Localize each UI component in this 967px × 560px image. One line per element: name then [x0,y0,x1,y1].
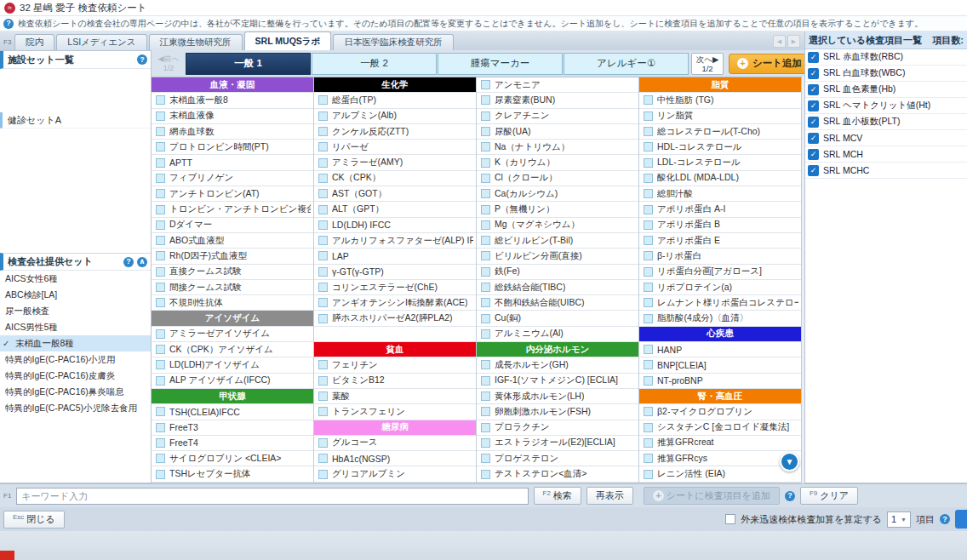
test-item[interactable]: アポリポ蛋白 E [639,233,801,249]
test-item[interactable]: リパーゼ [314,140,476,155]
rapid-count-select[interactable]: 1 ▼ [887,511,911,528]
item-checkbox[interactable] [156,220,165,230]
test-item[interactable]: リン脂質 [639,109,801,124]
item-checkbox[interactable] [481,298,490,307]
test-item[interactable]: 成長ホルモン(GH) [477,357,638,373]
checked-checkbox-icon[interactable]: ✓ [808,117,819,128]
test-item[interactable]: レムナント様リポ蛋白コレステロール(RLP… [639,295,801,311]
test-item[interactable]: アルブミン(Alb) [314,109,476,124]
test-item[interactable]: Na（ナトリウム） [477,140,638,155]
redisplay-button[interactable]: 再表示 [586,487,633,505]
item-checkbox[interactable] [481,251,490,260]
item-checkbox[interactable] [644,360,653,369]
test-item[interactable]: HbA1c(NGSP) [314,451,476,466]
checked-checkbox-icon[interactable]: ✓ [808,68,819,79]
test-item[interactable]: 卵胞刺激ホルモン(FSH) [477,404,638,420]
test-item[interactable]: シスタチンC [金コロイド凝集法] [639,420,801,436]
item-checkbox[interactable] [644,142,653,151]
help-icon[interactable]: ? [123,257,134,267]
item-checkbox[interactable] [481,95,490,105]
item-checkbox[interactable] [156,376,165,386]
test-item[interactable]: FreeT3 [152,420,313,436]
test-item[interactable]: IGF-1(ソマトメジンC) [ECLIA] [477,374,638,389]
test-item[interactable]: トロンビン・アンチトロンビン複合体(TAT) [152,202,313,217]
scroll-down-button[interactable]: ▼ [780,452,799,471]
company-set-item[interactable]: AICS男性5種 [0,319,151,335]
selected-item[interactable]: ✓SRL MCH [805,146,967,163]
sheet-tab-4[interactable]: アレルギー① [564,53,689,75]
test-item[interactable]: クレアチニン [477,109,638,124]
item-checkbox[interactable] [156,127,165,136]
item-checkbox[interactable] [481,376,490,386]
test-item[interactable]: ビタミンB12 [314,374,476,389]
test-item[interactable]: 尿素窒素(BUN) [477,93,638,108]
item-checkbox[interactable] [644,298,653,307]
facility-set-item[interactable]: 健診セットA [0,112,151,129]
item-checkbox[interactable] [156,329,165,339]
item-checkbox[interactable] [644,95,653,105]
test-item[interactable]: 葉酸 [314,389,476,404]
company-tab-2[interactable]: LSIメディエンス [56,34,146,50]
item-checkbox[interactable] [481,329,490,339]
company-tab-1[interactable]: 院内 [14,34,54,50]
test-item[interactable]: CK（CPK） [314,171,476,186]
item-checkbox[interactable] [644,236,653,245]
item-checkbox[interactable] [156,158,165,168]
item-checkbox[interactable] [481,189,490,198]
test-item[interactable]: アミラーゼ(AMY) [314,155,476,170]
test-item[interactable]: リポプロテイン(a) [639,280,801,295]
test-item[interactable]: テストステロン<血清> [477,466,638,482]
sheet-tab-2[interactable]: 一般 2 [312,53,437,75]
item-checkbox[interactable] [156,189,165,198]
test-item[interactable]: アルカリフォスファターゼ(ALP) IFCC [314,233,476,249]
test-item[interactable]: 不飽和鉄結合能(UIBC) [477,295,638,311]
test-item[interactable]: TSHレセプター抗体 [152,466,313,482]
test-item[interactable]: ALT（GPT） [314,202,476,217]
test-item[interactable]: 総鉄結合能(TIBC) [477,280,638,295]
item-checkbox[interactable] [156,95,165,105]
item-checkbox[interactable] [318,189,328,198]
selected-item[interactable]: ✓SRL MCHC [805,163,967,179]
item-checkbox[interactable] [481,470,490,479]
item-checkbox[interactable] [156,298,165,307]
item-checkbox[interactable] [318,267,328,277]
close-button[interactable]: Esc 閉じる [3,511,65,529]
help-icon[interactable]: ? [785,491,795,501]
test-item[interactable]: LAP [314,249,476,264]
item-checkbox[interactable] [156,360,165,369]
company-set-item[interactable]: ✓末梢血一般8種 [0,335,151,351]
tab-scroll-right-button[interactable]: ▶ [787,35,800,48]
collapse-icon[interactable]: ∧ [137,257,147,267]
item-checkbox[interactable] [156,111,165,121]
test-item[interactable]: 網赤血球数 [152,124,313,140]
test-item[interactable]: TSH(CLEIA)IFCC [152,404,313,420]
test-item[interactable]: プロゲステロン [477,451,638,466]
company-tab-5[interactable]: 日本医学臨床検査研究所 [333,34,454,50]
test-item[interactable]: アポリポ蛋白 A-I [639,202,801,217]
item-checkbox[interactable] [481,391,490,401]
test-item[interactable]: 直接クームス試験 [152,265,313,280]
test-item[interactable]: 不規則性抗体 [152,295,313,311]
test-item[interactable]: ALP アイソザイム(IFCC) [152,374,313,389]
selected-item[interactable]: ✓SRL 血色素量(Hb) [805,82,967,98]
company-set-item[interactable]: AICS女性6種 [0,271,151,287]
test-item[interactable]: γ-GT(γ-GTP) [314,265,476,280]
test-item[interactable]: グリコアルブミン [314,466,476,482]
test-item[interactable]: AST（GOT） [314,186,476,202]
item-checkbox[interactable] [318,158,328,168]
search-button[interactable]: F2 検索 [534,487,581,505]
rapid-test-checkbox[interactable] [725,514,735,524]
company-tab-3[interactable]: 江東微生物研究所 [149,34,243,50]
test-item[interactable]: LD(LDH)アイソザイム [152,357,313,373]
item-checkbox[interactable] [481,438,490,448]
test-item[interactable]: β2-マイクログロブリン [639,404,801,420]
item-checkbox[interactable] [481,423,490,432]
sheet-tab-3[interactable]: 腫瘍マーカー [438,53,563,75]
test-item[interactable]: プロトロンビン時間(PT) [152,140,313,155]
item-checkbox[interactable] [644,111,653,121]
item-checkbox[interactable] [156,142,165,151]
test-item[interactable]: 膵ホスホリパーゼA2(膵PLA2) [314,311,476,326]
item-checkbox[interactable] [644,345,653,354]
checked-checkbox-icon[interactable]: ✓ [808,52,819,63]
checked-checkbox-icon[interactable]: ✓ [808,165,819,176]
